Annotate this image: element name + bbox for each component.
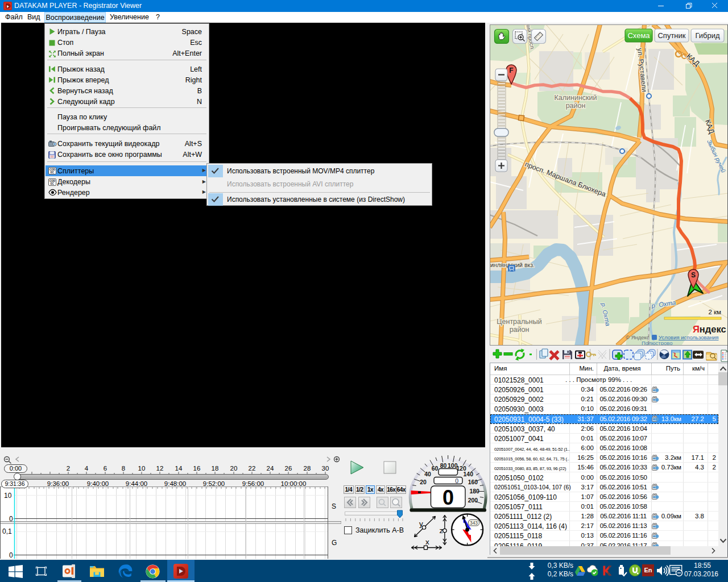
svg-text:0,1: 0,1	[2, 527, 12, 535]
svg-text:12: 12	[156, 465, 164, 472]
svg-text:0: 0	[9, 515, 13, 523]
svg-text:Полюстрово: Полюстрово	[642, 340, 672, 346]
svg-text:6: 6	[104, 465, 107, 472]
svg-text:140: 140	[464, 471, 474, 477]
svg-text:160: 160	[468, 479, 478, 485]
svg-text:2 км: 2 км	[708, 309, 721, 315]
svg-text:22: 22	[249, 465, 256, 472]
svg-text:26: 26	[285, 465, 292, 472]
svg-text:200: 200	[468, 497, 478, 504]
svg-text:20: 20	[420, 479, 427, 485]
svg-text:180: 180	[469, 488, 479, 494]
svg-text:30: 30	[322, 465, 329, 472]
svg-text:Калининский: Калининский	[555, 94, 597, 102]
svg-text:20: 20	[230, 465, 238, 472]
svg-text:S: S	[332, 502, 336, 510]
svg-text:0: 0	[9, 551, 13, 559]
svg-text:район: район	[510, 326, 530, 334]
svg-text:район: район	[566, 102, 586, 110]
svg-text:S: S	[691, 271, 696, 279]
svg-text:60: 60	[432, 465, 439, 472]
svg-text:F: F	[509, 66, 513, 74]
svg-text:EC: EC	[51, 171, 55, 174]
svg-text:10: 10	[138, 465, 146, 472]
svg-text:EC: EC	[51, 182, 55, 185]
svg-text:80: 80	[440, 462, 447, 469]
svg-text:Центральный: Центральный	[497, 318, 541, 326]
svg-text:Схема: Схема	[627, 31, 650, 40]
svg-text:Спутник: Спутник	[657, 31, 685, 40]
svg-text:18: 18	[212, 465, 219, 472]
svg-text:0: 0	[455, 477, 458, 484]
svg-text:4: 4	[85, 465, 89, 472]
svg-text:z: z	[440, 526, 444, 535]
svg-text:0: 0	[442, 486, 454, 509]
svg-text:10: 10	[4, 492, 12, 500]
svg-text:Гибрид: Гибрид	[695, 31, 720, 40]
svg-text:28: 28	[304, 465, 311, 472]
svg-text:40: 40	[424, 471, 431, 477]
svg-text:14: 14	[175, 465, 183, 472]
svg-text:16: 16	[193, 465, 201, 472]
svg-text:343: 343	[470, 520, 478, 526]
svg-text:8: 8	[122, 465, 125, 472]
svg-text:24: 24	[267, 465, 274, 472]
svg-text:G: G	[332, 539, 337, 547]
svg-text:y: y	[419, 519, 423, 528]
svg-text:x: x	[425, 538, 429, 546]
svg-text:2: 2	[67, 465, 70, 472]
svg-text:Яндекс: Яндекс	[693, 324, 726, 334]
